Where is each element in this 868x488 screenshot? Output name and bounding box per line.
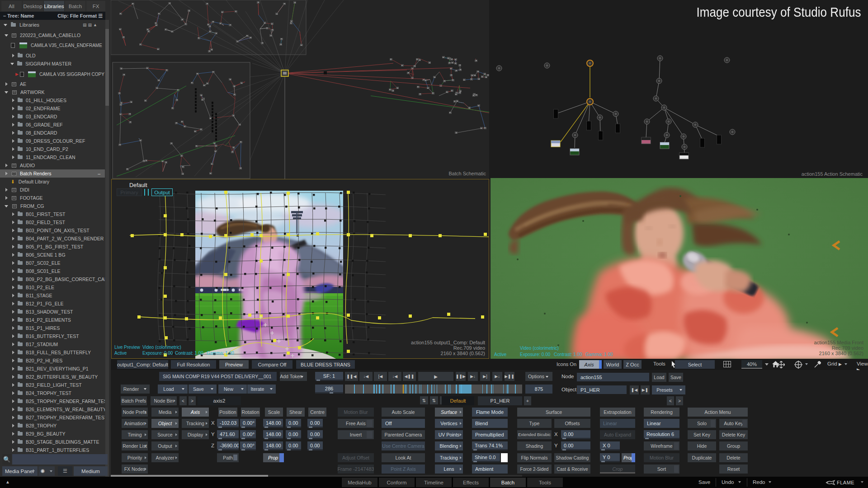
- svg-text:Batch Schematic: Batch Schematic: [448, 171, 486, 176]
- svg-text:action155 Action Schematic: action155 Action Schematic: [802, 171, 863, 177]
